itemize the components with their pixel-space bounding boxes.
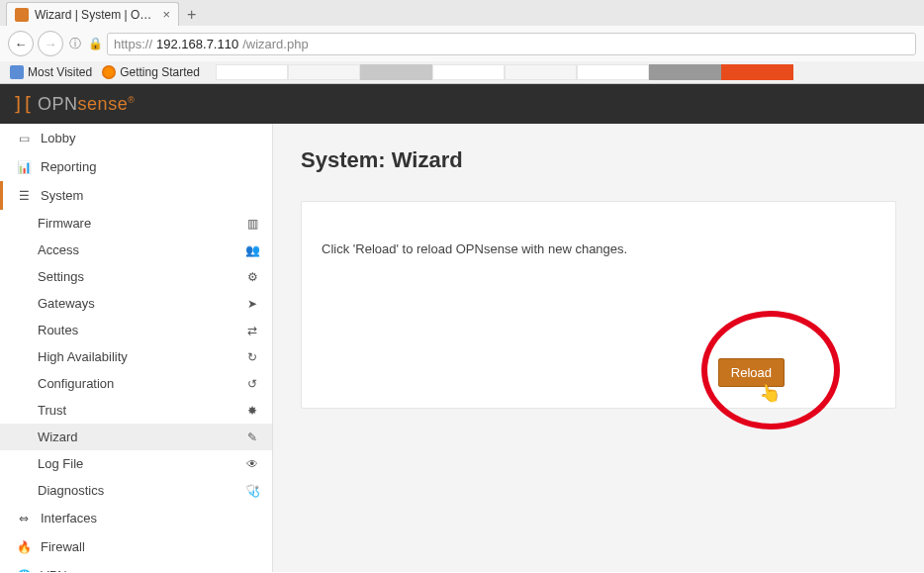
laptop-icon: ▭ <box>15 132 33 145</box>
chart-icon: 📊 <box>15 160 33 174</box>
magic-icon: ✎ <box>244 430 260 444</box>
color-palette <box>216 64 793 80</box>
sidebar-sub-configuration[interactable]: Configuration↺ <box>0 370 272 397</box>
bookmark-getting-started[interactable]: Getting Started <box>102 65 200 79</box>
bookmark-icon <box>102 65 116 79</box>
back-button[interactable]: ← <box>8 31 34 56</box>
disk-icon: ▥ <box>244 217 260 231</box>
sidebar-item-interfaces[interactable]: ⇔ Interfaces <box>0 504 272 532</box>
sidebar-label: Interfaces <box>41 511 97 525</box>
sidebar-sub-trust[interactable]: Trust✸ <box>0 397 272 424</box>
sidebar-label: Lobby <box>41 131 75 145</box>
app-body: ▭ Lobby 📊 Reporting ☰ System Firmware▥ A… <box>0 124 924 572</box>
sidebar-item-reporting[interactable]: 📊 Reporting <box>0 152 272 181</box>
browser-chrome: Wizard | System | OPNsens... × + ← → ⓘ 🔒… <box>0 0 924 84</box>
logo-mark-icon: ][ <box>12 92 32 116</box>
sidebar-sub-settings[interactable]: Settings⚙ <box>0 263 272 290</box>
url-host: 192.168.7.110 <box>156 37 238 51</box>
nav-toolbar: ← → ⓘ 🔒 https://192.168.7.110/wizard.php <box>0 26 924 61</box>
sidebar-item-system[interactable]: ☰ System <box>0 181 272 210</box>
sidebar-item-vpn[interactable]: 🌐 VPN <box>0 561 272 572</box>
wizard-card: Click 'Reload' to reload OPNsense with n… <box>301 201 896 409</box>
tab-favicon <box>15 8 29 22</box>
forward-button[interactable]: → <box>38 31 63 56</box>
star-icon: ✸ <box>244 404 260 418</box>
globe-icon: 🌐 <box>15 569 33 573</box>
sidebar-label: System <box>41 188 83 203</box>
brand-logo[interactable]: ][ OPNsense® <box>12 92 135 116</box>
info-icon[interactable]: ⓘ <box>67 36 83 51</box>
sidebar: ▭ Lobby 📊 Reporting ☰ System Firmware▥ A… <box>0 124 273 572</box>
sidebar-item-lobby[interactable]: ▭ Lobby <box>0 124 272 152</box>
lock-icon: 🔒 <box>87 36 103 51</box>
url-scheme: https:// <box>114 37 152 51</box>
sidebar-sub-high-availability[interactable]: High Availability↻ <box>0 343 272 370</box>
refresh-icon: ↻ <box>244 350 260 364</box>
sidebar-label: Firewall <box>41 539 85 554</box>
main-content: System: Wizard Click 'Reload' to reload … <box>273 124 924 572</box>
sidebar-item-firewall[interactable]: 🔥 Firewall <box>0 532 272 561</box>
fire-icon: 🔥 <box>15 540 33 554</box>
tab-bar: Wizard | System | OPNsens... × + <box>0 0 924 26</box>
close-icon[interactable]: × <box>162 7 170 22</box>
sidebar-sub-diagnostics[interactable]: Diagnostics🩺 <box>0 477 272 504</box>
location-icon: ➤ <box>244 297 260 311</box>
eye-icon: 👁 <box>244 457 260 471</box>
page-title: System: Wizard <box>301 147 896 173</box>
medkit-icon: 🩺 <box>244 484 260 498</box>
registered-icon: ® <box>128 95 135 105</box>
sidebar-sub-access[interactable]: Access👥 <box>0 237 272 263</box>
brand-sense: sense <box>78 94 129 114</box>
history-icon: ↺ <box>244 377 260 391</box>
gear-icon: ⚙ <box>244 270 260 284</box>
url-path: /wizard.php <box>242 37 308 51</box>
wizard-message: Click 'Reload' to reload OPNsense with n… <box>322 241 876 256</box>
url-bar[interactable]: https://192.168.7.110/wizard.php <box>107 33 916 55</box>
app-header: ][ OPNsense® <box>0 84 924 124</box>
sidebar-label: Reporting <box>41 159 96 174</box>
sidebar-sub-gateways[interactable]: Gateways➤ <box>0 290 272 317</box>
bookmark-label: Getting Started <box>120 65 200 79</box>
bookmark-label: Most Visited <box>28 65 92 79</box>
sidebar-sub-wizard[interactable]: Wizard✎ <box>0 424 272 450</box>
sliders-icon: ☰ <box>15 189 33 203</box>
bookmark-most-visited[interactable]: Most Visited <box>10 65 92 79</box>
bookmarks-bar: Most Visited Getting Started <box>0 61 924 83</box>
reload-button[interactable]: Reload <box>718 358 785 387</box>
browser-tab[interactable]: Wizard | System | OPNsens... × <box>6 2 179 26</box>
sidebar-sub-routes[interactable]: Routes⇄ <box>0 317 272 343</box>
users-icon: 👥 <box>244 243 260 257</box>
sidebar-sub-log-file[interactable]: Log File👁 <box>0 450 272 477</box>
routes-icon: ⇄ <box>244 324 260 337</box>
bookmark-icon <box>10 65 24 79</box>
sidebar-sub-firmware[interactable]: Firmware▥ <box>0 210 272 237</box>
network-icon: ⇔ <box>15 512 33 525</box>
sidebar-label: VPN <box>41 568 67 572</box>
brand-opn: OPN <box>38 94 78 114</box>
tab-title: Wizard | System | OPNsens... <box>35 8 156 22</box>
new-tab-button[interactable]: + <box>179 4 204 26</box>
